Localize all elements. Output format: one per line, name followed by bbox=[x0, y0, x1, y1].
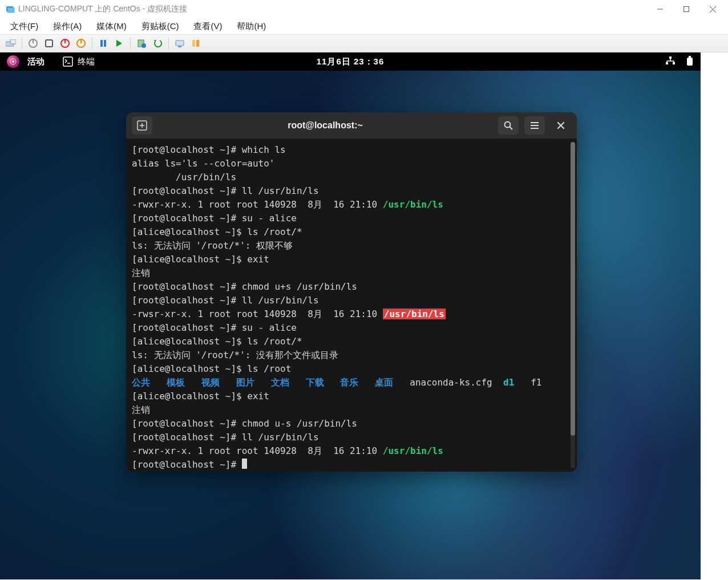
separator bbox=[92, 38, 92, 49]
pause-icon[interactable] bbox=[96, 36, 111, 50]
command: ll /usr/bin/ls bbox=[242, 295, 319, 306]
output: 注销 bbox=[132, 404, 150, 415]
turnoff-icon[interactable] bbox=[42, 36, 56, 50]
prompt: [root@localhost ~]# bbox=[132, 185, 242, 196]
prompt: [root@localhost ~]# bbox=[132, 322, 242, 333]
prompt: [root@localhost ~]# bbox=[132, 459, 242, 470]
prompt: [root@localhost ~]# bbox=[132, 144, 242, 155]
svg-rect-15 bbox=[100, 40, 103, 47]
command: chmod u-s /usr/bin/ls bbox=[242, 418, 357, 429]
command: exit bbox=[247, 391, 269, 401]
checkpoint-icon[interactable] bbox=[134, 36, 149, 50]
prompt: [alice@localhost ~]$ bbox=[132, 226, 247, 237]
command: exit bbox=[247, 254, 269, 265]
dir: 模板 bbox=[167, 377, 185, 388]
menu-help[interactable]: 帮助(H) bbox=[231, 20, 272, 33]
app-icon bbox=[6, 5, 15, 14]
clock[interactable]: 11月6日 23：36 bbox=[317, 56, 385, 67]
svg-rect-3 bbox=[684, 7, 689, 12]
prompt: [alice@localhost ~]$ bbox=[132, 363, 247, 374]
maximize-button[interactable] bbox=[673, 0, 699, 18]
path-suid-highlight: /usr/bin/ls bbox=[383, 309, 446, 319]
separator bbox=[22, 38, 22, 49]
active-app-label: 终端 bbox=[78, 56, 95, 67]
dir: 公共 bbox=[132, 377, 150, 388]
hamburger-menu-button[interactable] bbox=[524, 116, 545, 135]
svg-line-42 bbox=[510, 127, 513, 130]
share-icon[interactable] bbox=[188, 36, 203, 50]
start-icon[interactable] bbox=[26, 36, 41, 50]
prompt: [root@localhost ~]# bbox=[132, 432, 242, 443]
prompt: [root@localhost ~]# bbox=[132, 281, 242, 292]
ctrl-alt-del-icon[interactable] bbox=[3, 36, 18, 50]
guest-desktop[interactable]: 活动 终端 11月6日 23：36 root@localhost:~ bbox=[0, 52, 701, 579]
new-tab-button[interactable] bbox=[132, 116, 152, 135]
shutdown-icon[interactable] bbox=[58, 36, 72, 50]
dir: 音乐 bbox=[340, 377, 358, 388]
command: su - alice bbox=[242, 322, 297, 333]
output: -rwsr-xr-x. 1 root root 140928 8月 16 21:… bbox=[132, 309, 383, 319]
hamburger-icon bbox=[530, 121, 539, 129]
svg-point-41 bbox=[505, 122, 511, 128]
output: /usr/bin/ls bbox=[132, 172, 236, 182]
prompt: [root@localhost ~]# bbox=[132, 213, 242, 224]
save-icon[interactable] bbox=[74, 36, 88, 50]
separator bbox=[130, 38, 131, 49]
svg-rect-27 bbox=[63, 57, 72, 66]
terminal-window[interactable]: root@localhost:~ [root@localhost ~]# whi… bbox=[126, 112, 577, 472]
enhanced-session-icon[interactable] bbox=[172, 36, 187, 50]
command: ll /usr/bin/ls bbox=[242, 185, 319, 196]
prompt: [root@localhost ~]# bbox=[132, 295, 242, 306]
path-highlight: /usr/bin/ls bbox=[383, 199, 443, 210]
cursor bbox=[242, 459, 247, 469]
dir: 文档 bbox=[271, 377, 289, 388]
terminal-close-button[interactable] bbox=[551, 116, 571, 135]
activities-label[interactable]: 活动 bbox=[27, 56, 45, 67]
svg-rect-10 bbox=[46, 40, 52, 47]
scrollbar-thumb[interactable] bbox=[571, 142, 575, 436]
battery-icon[interactable] bbox=[686, 56, 694, 68]
output: -rwxr-xr-x. 1 root root 140928 8月 16 21:… bbox=[132, 199, 383, 210]
dir: 视频 bbox=[201, 377, 220, 388]
search-button[interactable] bbox=[498, 116, 519, 135]
menu-clipboard[interactable]: 剪贴板(C) bbox=[136, 20, 185, 33]
svg-rect-29 bbox=[669, 56, 672, 59]
svg-point-26 bbox=[12, 60, 14, 63]
output: ls: 无法访问 '/root/*': 没有那个文件或目录 bbox=[132, 350, 338, 360]
command: ll /usr/bin/ls bbox=[242, 432, 319, 443]
menu-view[interactable]: 查看(V) bbox=[188, 20, 228, 33]
svg-point-19 bbox=[141, 43, 146, 48]
svg-rect-31 bbox=[673, 62, 675, 64]
close-button[interactable] bbox=[699, 0, 726, 18]
terminal-header[interactable]: root@localhost:~ bbox=[126, 112, 577, 139]
dir: 下载 bbox=[306, 377, 324, 388]
output: ls: 无法访问 '/root/*': 权限不够 bbox=[132, 240, 293, 251]
output: 注销 bbox=[132, 267, 150, 278]
svg-rect-24 bbox=[196, 40, 199, 47]
svg-rect-21 bbox=[176, 40, 184, 46]
activities-icon[interactable] bbox=[7, 55, 19, 68]
network-icon[interactable] bbox=[665, 56, 676, 67]
output: alias ls='ls --color=auto' bbox=[132, 158, 274, 169]
minimize-button[interactable] bbox=[647, 0, 673, 18]
terminal-icon bbox=[63, 56, 73, 67]
terminal-scrollbar[interactable] bbox=[571, 142, 575, 468]
svg-rect-30 bbox=[666, 62, 668, 64]
file: anaconda-ks.cfg bbox=[410, 377, 492, 388]
terminal-body[interactable]: [root@localhost ~]# which ls alias ls='l… bbox=[126, 139, 577, 472]
svg-rect-23 bbox=[192, 40, 195, 47]
revert-icon[interactable] bbox=[150, 36, 165, 50]
close-icon bbox=[557, 122, 564, 129]
menu-file[interactable]: 文件(F) bbox=[5, 20, 44, 33]
active-app-indicator[interactable]: 终端 bbox=[63, 56, 95, 67]
menu-action[interactable]: 操作(A) bbox=[47, 20, 87, 33]
command: su - alice bbox=[242, 213, 297, 224]
menu-media[interactable]: 媒体(M) bbox=[91, 20, 132, 33]
svg-rect-22 bbox=[178, 46, 181, 47]
command: ls /root/* bbox=[247, 226, 302, 237]
command: which ls bbox=[242, 144, 286, 155]
search-icon bbox=[504, 121, 513, 130]
dir: d1 bbox=[503, 377, 514, 388]
command: ls /root/* bbox=[247, 336, 302, 347]
reset-icon[interactable] bbox=[112, 36, 127, 50]
